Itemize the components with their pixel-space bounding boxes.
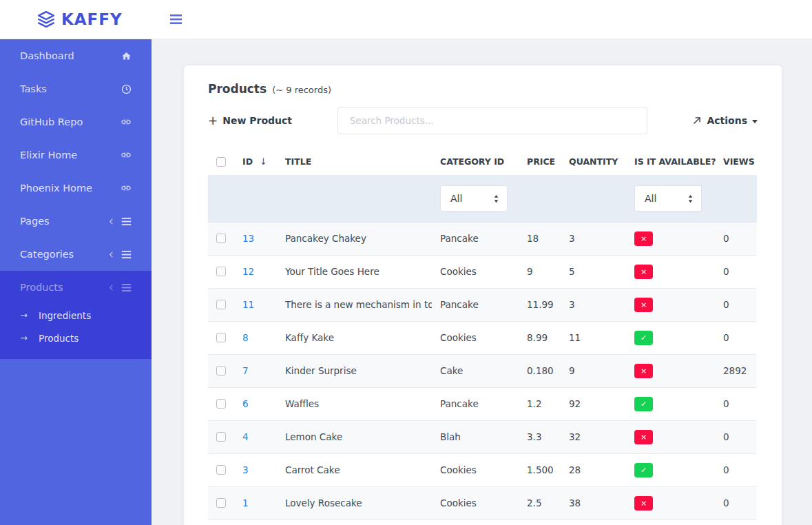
table-row: 8 Kaffy Kake Cookies 8.99 11 ✓ 0 — [208, 321, 757, 354]
actions-dropdown-button[interactable]: Actions — [692, 115, 758, 126]
row-checkbox[interactable] — [216, 498, 226, 508]
sort-desc-icon: ↓ — [260, 156, 267, 167]
sidebar-item-categories[interactable]: Categories — [0, 238, 152, 271]
sidebar-subitem-products[interactable]: → Products — [0, 327, 152, 349]
cell-quantity: 3 — [561, 222, 626, 255]
cell-quantity: 28 — [561, 453, 626, 486]
sidebar-item-github-repo[interactable]: GitHub Repo — [0, 105, 152, 138]
arrow-right-icon: → — [20, 310, 39, 320]
main-content: Products (~ 9 records) + New Product Act… — [152, 39, 812, 525]
cell-title: There is a new mechanism in town — [277, 288, 432, 321]
column-header-available: IS IT AVAILABLE? — [626, 151, 715, 175]
sidebar-item-elixir-home[interactable]: Elixir Home — [0, 138, 152, 172]
new-product-button[interactable]: + New Product — [208, 114, 292, 127]
row-id-link[interactable]: 13 — [242, 233, 254, 244]
cell-quantity: 38 — [561, 486, 626, 519]
menu-icon — [121, 283, 132, 292]
column-header-price: PRICE — [519, 151, 561, 175]
cell-price: 2.5 — [519, 486, 561, 519]
table-row: 11 There is a new mechanism in town Panc… — [208, 288, 757, 321]
sidebar-subitem-label: Ingredients — [39, 310, 91, 321]
cell-quantity: 5 — [561, 255, 626, 288]
sidebar-item-phoenix-home[interactable]: Phoenix Home — [0, 172, 152, 205]
row-id-link[interactable]: 6 — [242, 398, 249, 409]
menu-toggle-button[interactable] — [169, 14, 183, 25]
row-id-link[interactable]: 1 — [242, 497, 249, 508]
row-checkbox[interactable] — [216, 399, 226, 409]
category-filter-select[interactable]: All — [440, 185, 508, 212]
availability-badge: × — [634, 430, 653, 444]
sidebar-group-products: Products → Ingredients → Products — [0, 271, 152, 359]
cell-price: 8.99 — [519, 321, 561, 354]
sidebar: Dashboard Tasks GitHub Repo Elixir Home — [0, 39, 152, 525]
arrow-up-right-icon — [692, 116, 702, 125]
column-header-views: VIEWS — [715, 151, 757, 175]
cell-views: 0 — [715, 453, 757, 486]
row-id-link[interactable]: 12 — [242, 266, 254, 277]
table-row: 13 Pancakey Chakey Pancake 18 3 × 0 — [208, 222, 757, 255]
cell-category: Cookies — [432, 255, 519, 288]
row-checkbox[interactable] — [216, 465, 226, 475]
table-row: 7 Kinder Surprise Cake 0.180 9 × 2892 — [208, 354, 757, 387]
availability-badge: ✓ — [634, 331, 653, 345]
cell-title: Lovely Rosecake — [277, 486, 432, 519]
column-header-id[interactable]: ID↓ — [234, 151, 277, 175]
select-all-checkbox[interactable] — [216, 157, 226, 167]
row-id-link[interactable]: 7 — [242, 365, 249, 376]
cell-category: Cookies — [432, 321, 519, 354]
availability-badge: × — [634, 364, 653, 378]
topbar: KAFFY — [0, 0, 812, 39]
clock-icon — [121, 84, 132, 94]
arrow-right-icon: → — [20, 333, 39, 343]
plus-icon: + — [208, 114, 218, 127]
cell-title: Your Title Goes Here — [277, 255, 432, 288]
cell-category: Cookies — [432, 486, 519, 519]
row-checkbox[interactable] — [216, 300, 226, 309]
records-count: (~ 9 records) — [272, 85, 331, 95]
sidebar-item-dashboard[interactable]: Dashboard — [0, 39, 152, 72]
link-icon — [121, 116, 132, 127]
cell-views: 0 — [715, 387, 757, 420]
chevron-left-icon — [107, 284, 115, 291]
layers-icon — [37, 10, 55, 28]
cell-views: 0 — [715, 321, 757, 354]
row-id-link[interactable]: 8 — [242, 332, 249, 343]
available-filter-select[interactable]: All — [634, 185, 702, 212]
row-checkbox[interactable] — [216, 333, 226, 342]
cell-views: 0 — [715, 486, 757, 519]
products-table: ID↓ TITLE CATEGORY ID PRICE QUANTITY IS … — [208, 151, 757, 520]
row-id-link[interactable]: 11 — [242, 299, 254, 310]
cell-quantity: 11 — [561, 321, 626, 354]
sidebar-item-pages[interactable]: Pages — [0, 205, 152, 238]
cell-views: 0 — [715, 420, 757, 453]
table-row: 1 Lovely Rosecake Cookies 2.5 38 × 0 — [208, 486, 757, 519]
chevron-left-icon — [107, 218, 115, 225]
sidebar-item-products[interactable]: Products — [0, 271, 152, 304]
hamburger-icon — [169, 14, 183, 25]
table-header-row: ID↓ TITLE CATEGORY ID PRICE QUANTITY IS … — [208, 151, 757, 175]
search-input[interactable] — [337, 107, 647, 134]
cell-title: Kaffy Kake — [277, 321, 432, 354]
row-checkbox[interactable] — [216, 234, 226, 243]
column-header-title: TITLE — [277, 151, 432, 175]
cell-title: Carrot Cake — [277, 453, 432, 486]
row-id-link[interactable]: 3 — [242, 464, 249, 475]
row-checkbox[interactable] — [216, 366, 226, 375]
column-header-quantity: QUANTITY — [561, 151, 626, 175]
cell-price: 11.99 — [519, 288, 561, 321]
column-header-category: CATEGORY ID — [432, 151, 519, 175]
table-row: 4 Lemon Cake Blah 3.3 32 × 0 — [208, 420, 757, 453]
products-card: Products (~ 9 records) + New Product Act… — [184, 65, 782, 525]
sidebar-item-tasks[interactable]: Tasks — [0, 72, 152, 105]
cell-category: Cookies — [432, 453, 519, 486]
row-checkbox[interactable] — [216, 267, 226, 276]
home-icon — [121, 51, 132, 61]
row-checkbox[interactable] — [216, 432, 226, 442]
cell-category: Cake — [432, 354, 519, 387]
cell-views: 2892 — [715, 354, 757, 387]
sidebar-item-label: Elixir Home — [20, 150, 77, 161]
sidebar-subitem-ingredients[interactable]: → Ingredients — [0, 304, 152, 327]
row-id-link[interactable]: 4 — [242, 431, 249, 442]
sidebar-item-label: Tasks — [20, 83, 47, 94]
select-arrows-icon — [687, 194, 694, 204]
